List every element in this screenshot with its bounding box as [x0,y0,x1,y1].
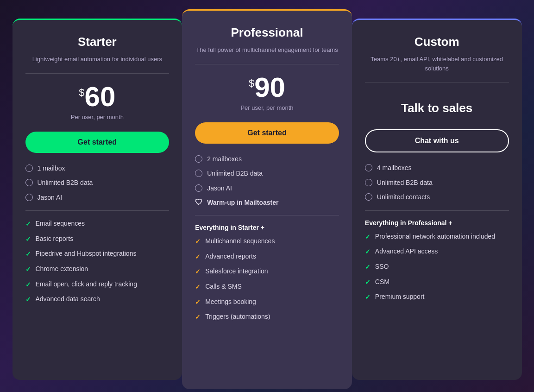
check-icon: ✓ [195,253,201,262]
warmup-text: Warm-up in Mailtoaster [207,199,278,206]
list-item: ✓ CSM [365,278,509,287]
check-icon: ✓ [195,313,201,322]
professional-section-label: Everything in Starter + [195,224,339,231]
list-item: ✓ SSO [365,262,509,272]
feature-text: Triggers (automations) [205,312,270,322]
check-icon: ✓ [195,267,201,277]
list-item: 4 mailboxes [365,164,509,173]
list-item: Unlimited B2B data [25,178,170,188]
feature-text: Email open, click and reply tracking [36,280,137,289]
feature-text: Email sequences [36,219,85,228]
check-icon: ✓ [365,293,371,302]
professional-title: Professional [195,25,339,40]
starter-divider [25,73,170,74]
shield-icon: 🛡 [195,198,202,207]
list-item: ✓ Advanced reports [195,252,339,262]
list-item: 2 mailboxes [195,155,339,164]
list-item: Unlimited B2B data [195,169,339,178]
feature-text: Jason AI [207,184,232,193]
professional-dollar: $ [249,77,254,89]
circle-icon [25,164,33,172]
custom-cta-button[interactable]: Chat with us [365,129,509,152]
starter-period: Per user, per month [25,114,170,120]
list-item: ✓ Professional network automation includ… [365,232,509,242]
list-item: ✓ Advanced data search [25,295,170,304]
list-item: ✓ Salesforce integration [195,267,339,277]
feature-text: Chrome extension [36,265,88,274]
warmup-item: 🛡 Warm-up in Mailtoaster [195,198,339,207]
starter-cta-button[interactable]: Get started [25,132,170,153]
custom-divider-2 [365,210,509,211]
check-icon: ✓ [25,235,31,244]
check-icon: ✓ [25,280,31,290]
pricing-container: Starter Lightweight email automation for… [13,9,522,389]
list-item: ✓ Pipedrive and Hubspot integrations [25,249,170,259]
list-item: ✓ Meetings booking [195,297,339,307]
check-icon: ✓ [25,220,31,229]
starter-included-features: ✓ Email sequences ✓ Basic reports ✓ Pipe… [25,219,170,304]
starter-amount: 60 [85,83,116,111]
starter-card: Starter Lightweight email automation for… [13,19,182,380]
list-item: ✓ Chrome extension [25,265,170,274]
circle-icon [25,179,33,186]
professional-included-features: ✓ Multichannel sequences ✓ Advanced repo… [195,237,339,322]
circle-icon [195,184,202,192]
feature-text: Advanced reports [205,252,256,261]
feature-text: Jason AI [38,193,63,202]
check-icon: ✓ [25,250,31,259]
feature-text: Unlimited B2B data [377,178,433,188]
check-icon: ✓ [365,247,371,257]
feature-text: Salesforce integration [205,267,268,276]
circle-icon [365,164,372,171]
custom-section-label: Everything in Professional + [365,219,509,227]
feature-text: Premium support [375,292,425,302]
feature-text: Calls & SMS [205,282,242,291]
check-icon: ✓ [195,298,201,307]
feature-text: 4 mailboxes [377,164,412,173]
list-item: ✓ Email open, click and reply tracking [25,280,170,290]
professional-cta-button[interactable]: Get started [195,122,339,144]
custom-description: Teams 20+, email API, whitelabel and cus… [365,55,509,73]
starter-dollar: $ [79,87,84,99]
custom-included-features: ✓ Professional network automation includ… [365,232,509,302]
circle-icon [365,179,372,186]
list-item: ✓ Triggers (automations) [195,312,339,322]
check-icon: ✓ [365,263,371,272]
list-item: Jason AI [195,184,339,193]
list-item: ✓ Multichannel sequences [195,237,339,247]
starter-basic-features: 1 mailbox Unlimited B2B data Jason AI [25,164,170,202]
feature-text: Advanced API access [375,247,438,256]
starter-divider-2 [25,210,170,211]
professional-description: The full power of multichannel engagemen… [195,45,339,55]
professional-divider [195,64,339,64]
feature-text: CSM [375,278,390,287]
feature-text: SSO [375,262,389,272]
professional-price-row: $ 90 [195,74,339,101]
professional-amount: 90 [254,74,285,101]
custom-title: Custom [365,35,509,49]
talk-to-sales-heading: Talk to sales [365,101,509,115]
custom-card: Custom Teams 20+, email API, whitelabel … [352,19,522,380]
feature-text: Advanced data search [36,295,100,304]
feature-text: Basic reports [36,234,74,244]
list-item: ✓ Basic reports [25,234,170,244]
custom-basic-features: 4 mailboxes Unlimited B2B data Unlimited… [365,164,509,202]
list-item: 1 mailbox [25,164,170,173]
list-item: Jason AI [25,193,170,202]
list-item: ✓ Premium support [365,292,509,302]
check-icon: ✓ [195,237,201,247]
feature-text: 2 mailboxes [207,155,242,164]
feature-text: Pipedrive and Hubspot integrations [36,249,137,259]
check-icon: ✓ [25,295,31,304]
feature-text: 1 mailbox [38,164,65,173]
circle-icon [195,170,202,177]
custom-divider [365,82,509,82]
check-icon: ✓ [25,265,31,274]
feature-text: Professional network automation included [375,232,495,241]
starter-price-row: $ 60 [25,83,170,111]
starter-title: Starter [25,35,170,49]
starter-price-section: $ 60 Per user, per month [25,83,170,120]
list-item: ✓ Advanced API access [365,247,509,257]
professional-divider-2 [195,215,339,215]
circle-icon [25,194,33,201]
